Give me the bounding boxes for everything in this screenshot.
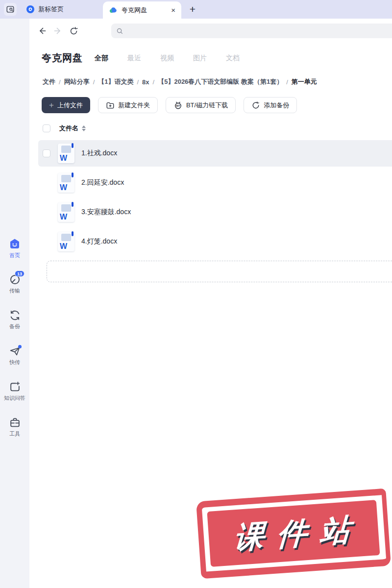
tab-all[interactable]: 全部 (95, 54, 108, 63)
select-all-checkbox[interactable] (43, 124, 50, 132)
back-button[interactable] (37, 26, 47, 36)
file-name: 3.安塞腰鼓.docx (81, 208, 131, 217)
tab-document[interactable]: 文档 (226, 54, 240, 63)
breadcrumb-item[interactable]: 网站分享 (64, 77, 90, 86)
quark-logo-icon (26, 5, 34, 13)
file-name: 1.社戏.docx (81, 149, 117, 158)
sidebar-item-label: 工具 (9, 430, 20, 438)
breadcrumb-item[interactable]: 【5】2026春八下语文部编版 教案（第1套） (158, 77, 283, 86)
breadcrumb-separator: / (93, 78, 95, 86)
close-icon[interactable]: × (171, 6, 175, 14)
reload-icon (69, 26, 78, 36)
tools-icon (9, 416, 21, 429)
back-arrow-icon (37, 26, 47, 36)
new-folder-label: 新建文件夹 (118, 101, 150, 110)
sort-up-icon (82, 125, 86, 128)
knowledge-qa-icon (9, 381, 21, 393)
breadcrumb-item[interactable]: 【1】语文类 (98, 77, 133, 86)
word-doc-icon: W (58, 202, 74, 222)
sidebar-item-quick-send[interactable]: 快传 (0, 345, 29, 367)
forward-arrow-icon (53, 26, 63, 36)
search-icon (116, 27, 123, 35)
sidebar-item-label: 传输 (9, 287, 20, 294)
transfer-count-badge: 13 (15, 270, 24, 277)
add-backup-label: 添加备份 (264, 101, 289, 110)
quick-send-dot-badge (18, 345, 22, 348)
word-doc-icon: W (58, 144, 74, 163)
watermark-stamp: 课件站 (196, 489, 391, 579)
sidebar-item-label: 备份 (9, 323, 20, 330)
new-tab-button[interactable]: + (185, 2, 200, 17)
action-buttons: + 上传文件 新建文件夹 BT BT/磁力链下载 添加备份 (42, 97, 392, 113)
tab-recent[interactable]: 最近 (127, 54, 141, 63)
breadcrumb-item[interactable]: 8x (142, 78, 149, 86)
sidebar: 首页 13 传输 备份 快传 知识问答 (0, 19, 29, 588)
sort-toggle[interactable] (82, 125, 86, 131)
address-input[interactable] (127, 27, 392, 35)
sidebar-item-tools[interactable]: 工具 (0, 416, 29, 438)
svg-text:BT: BT (176, 104, 180, 107)
file-row[interactable]: W 1.社戏.docx (38, 140, 392, 167)
bt-magnet-download-button[interactable]: BT BT/磁力链下载 (166, 97, 236, 113)
file-row[interactable]: W 2.回延安.docx (38, 170, 392, 196)
breadcrumb: 文件 / 网站分享 / 【1】语文类 / 8x / 【5】2026春八下语文部编… (43, 77, 392, 86)
cloud-icon (109, 6, 118, 15)
upload-drop-zone[interactable] (47, 261, 392, 282)
row-checkbox[interactable] (43, 149, 50, 157)
tab-title: 夸克网盘 (122, 6, 167, 15)
file-row[interactable]: W 4.灯笼.docx (38, 228, 392, 255)
breadcrumb-separator: / (59, 78, 61, 86)
word-doc-icon: W (58, 232, 74, 251)
reload-button[interactable] (69, 26, 78, 36)
tab-image[interactable]: 图片 (193, 54, 207, 63)
browser-toolbar (29, 19, 392, 43)
stamp-body: 课件站 (207, 500, 380, 567)
browser-window: 新标签页 夸克网盘 × + (0, 0, 392, 588)
upload-file-button[interactable]: + 上传文件 (42, 97, 90, 113)
tab-title: 新标签页 (38, 5, 64, 14)
breadcrumb-separator: / (286, 78, 288, 86)
word-doc-icon: W (58, 173, 74, 193)
tab-video[interactable]: 视频 (160, 54, 174, 63)
breadcrumb-separator: / (153, 78, 155, 86)
page-title: 夸克网盘 (42, 51, 83, 65)
sidebar-item-transfer[interactable]: 13 传输 (0, 273, 29, 295)
stamp-text: 课件站 (223, 508, 364, 559)
sidebar-item-label: 知识问答 (4, 394, 25, 402)
breadcrumb-separator: / (137, 78, 139, 86)
add-backup-button[interactable]: 添加备份 (244, 97, 297, 113)
sidebar-item-backup[interactable]: 备份 (0, 309, 29, 331)
page-header: 夸克网盘 全部 最近 视频 图片 文档 (42, 51, 392, 65)
backup-icon (9, 309, 21, 321)
tab-search-icon (6, 5, 15, 14)
file-list: W 1.社戏.docx W 2.回延安.docx W 3.安塞腰鼓.docx (29, 140, 392, 255)
file-name: 4.灯笼.docx (81, 237, 117, 246)
sidebar-item-home[interactable]: 首页 (0, 238, 29, 259)
breadcrumb-item[interactable]: 文件 (43, 77, 55, 86)
address-bar[interactable] (111, 24, 392, 38)
upload-file-label: 上传文件 (57, 101, 83, 110)
browser-tab-bar: 新标签页 夸克网盘 × + (0, 0, 392, 19)
sidebar-item-label: 首页 (9, 252, 20, 259)
tab-search-button[interactable] (4, 3, 17, 16)
home-icon (8, 238, 21, 250)
plus-icon: + (49, 101, 54, 109)
file-row[interactable]: W 3.安塞腰鼓.docx (38, 199, 392, 225)
sort-down-icon (82, 129, 86, 131)
sidebar-item-knowledge-qa[interactable]: 知识问答 (0, 381, 29, 402)
browser-tab-new-tab-page[interactable]: 新标签页 (26, 5, 100, 14)
bt-magnet-download-label: BT/磁力链下载 (186, 101, 228, 110)
breadcrumb-current: 第一单元 (292, 77, 317, 86)
filename-column-header: 文件名 (59, 124, 78, 133)
filter-tabs: 全部 最近 视频 图片 文档 (95, 54, 240, 63)
sidebar-item-label: 快传 (9, 359, 20, 366)
browser-tab-quark-drive[interactable]: 夸克网盘 × (103, 1, 181, 19)
backup-circle-icon (251, 101, 260, 110)
forward-button[interactable] (53, 26, 63, 36)
new-folder-icon (106, 101, 115, 110)
file-list-header: 文件名 (38, 124, 392, 133)
file-name: 2.回延安.docx (81, 178, 124, 187)
bt-download-icon: BT (173, 100, 183, 110)
new-folder-button[interactable]: 新建文件夹 (98, 97, 158, 113)
